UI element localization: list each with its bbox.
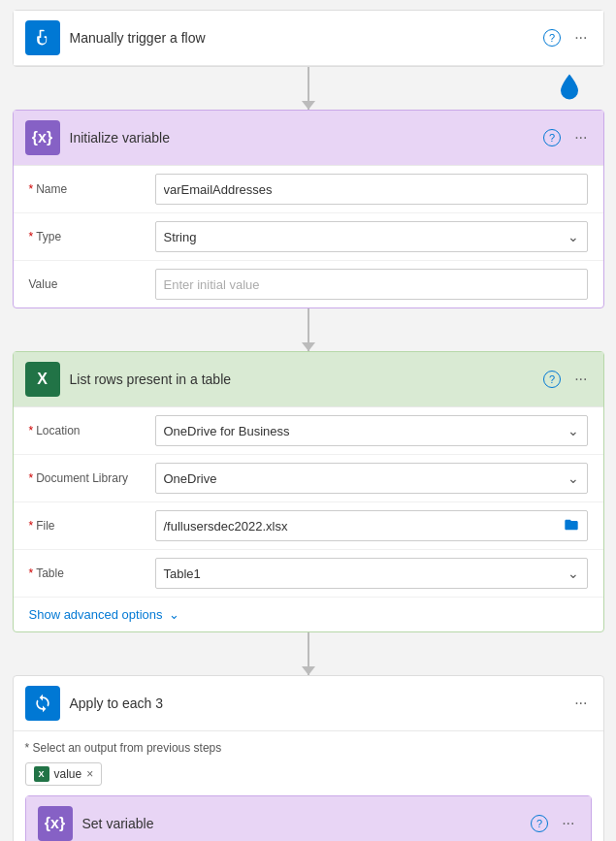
apply-each-icon — [25, 686, 60, 721]
list-location-select[interactable]: OneDrive for Business ⌄ — [155, 415, 588, 446]
set-variable-help[interactable]: ? — [531, 815, 548, 832]
set-variable-more[interactable]: ··· — [558, 813, 578, 834]
set-variable-title: Set variable — [82, 816, 532, 831]
set-variable-icon: {x} — [38, 806, 73, 841]
list-table-select[interactable]: Table1 ⌄ — [155, 558, 588, 589]
init-variable-title: Initialize variable — [70, 130, 544, 146]
list-location-label: *Location — [29, 424, 155, 437]
card-apply-header: Apply to each 3 ··· — [14, 676, 603, 731]
manual-trigger-title: Manually trigger a flow — [70, 30, 544, 46]
list-file-row: *File /fullusersdec2022.xlsx — [14, 502, 603, 550]
card-init-header: {x} Initialize variable ? ··· — [14, 111, 603, 166]
init-variable-icon: {x} — [25, 120, 60, 155]
apply-each-actions: ··· — [570, 693, 591, 714]
set-variable-actions: ? ··· — [531, 813, 578, 834]
list-rows-title: List rows present in a table — [70, 372, 544, 387]
apply-select-label: * Select an output from previous steps — [25, 731, 592, 762]
init-type-select[interactable]: String ⌄ — [155, 221, 588, 252]
init-type-label: *Type — [29, 230, 155, 243]
list-rows-more[interactable]: ··· — [570, 369, 591, 390]
flow-canvas: Manually trigger a flow ? ··· {x} — [12, 10, 604, 841]
init-variable-actions: ? ··· — [543, 127, 591, 148]
init-name-input[interactable] — [155, 174, 588, 205]
list-doclibrary-select[interactable]: OneDrive ⌄ — [155, 463, 588, 494]
set-variable-header: {x} Set variable ? ··· — [26, 796, 591, 841]
list-table-label: *Table — [29, 566, 155, 580]
manual-trigger-actions: ? ··· — [543, 27, 591, 49]
init-variable-more[interactable]: ··· — [570, 127, 591, 148]
doclibrary-chevron-icon: ⌄ — [567, 470, 579, 486]
list-file-field[interactable]: /fullusersdec2022.xlsx — [155, 510, 588, 541]
card-list-header: X List rows present in a table ? ··· — [14, 352, 603, 407]
list-file-label: *File — [29, 519, 155, 533]
apply-each-title: Apply to each 3 — [70, 695, 571, 711]
apply-each-more[interactable]: ··· — [570, 693, 591, 714]
init-value-label: Value — [29, 277, 155, 291]
location-chevron-icon: ⌄ — [567, 423, 579, 438]
manual-trigger-icon — [25, 20, 60, 55]
file-browse-icon[interactable] — [564, 517, 579, 535]
value-token: X value × — [25, 762, 103, 786]
list-rows-help[interactable]: ? — [543, 371, 561, 388]
table-chevron-icon: ⌄ — [567, 566, 579, 581]
value-token-close[interactable]: × — [86, 768, 93, 780]
apply-each-body: * Select an output from previous steps X… — [14, 731, 603, 841]
init-name-row: *Name — [14, 166, 603, 213]
card-manual-trigger: Manually trigger a flow ? ··· — [13, 10, 604, 67]
card-init-variable: {x} Initialize variable ? ··· *Name *Typ… — [13, 110, 604, 308]
card-apply-each: Apply to each 3 ··· * Select an output f… — [13, 675, 604, 841]
connector-1 — [13, 67, 604, 110]
list-location-row: *Location OneDrive for Business ⌄ — [14, 407, 603, 455]
init-value-input[interactable] — [155, 269, 588, 300]
card-set-variable: {x} Set variable ? ··· *Name — [25, 795, 592, 841]
advanced-chevron-icon: ⌄ — [169, 607, 179, 622]
manual-trigger-more[interactable]: ··· — [570, 27, 591, 49]
card-manual-header: Manually trigger a flow ? ··· — [14, 11, 603, 66]
init-name-label: *Name — [29, 182, 155, 196]
list-doclibrary-row: *Document Library OneDrive ⌄ — [14, 455, 603, 502]
init-variable-help[interactable]: ? — [543, 129, 561, 146]
apply-token-row: X value × — [25, 762, 592, 786]
connector-2 — [13, 308, 604, 351]
list-table-row: *Table Table1 ⌄ — [14, 550, 603, 598]
droplet-icon — [558, 73, 581, 105]
value-token-excel-icon: X — [34, 766, 49, 782]
list-rows-actions: ? ··· — [543, 369, 591, 390]
card-list-rows: X List rows present in a table ? ··· *Lo… — [13, 351, 604, 632]
list-doclibrary-label: *Document Library — [29, 471, 155, 485]
show-advanced-options[interactable]: Show advanced options ⌄ — [14, 598, 603, 631]
connector-3 — [13, 632, 604, 675]
init-value-row: Value — [14, 261, 603, 307]
type-chevron-icon: ⌄ — [567, 229, 579, 244]
init-type-row: *Type String ⌄ — [14, 213, 603, 261]
manual-trigger-help[interactable]: ? — [543, 29, 561, 47]
list-rows-icon: X — [25, 362, 60, 397]
